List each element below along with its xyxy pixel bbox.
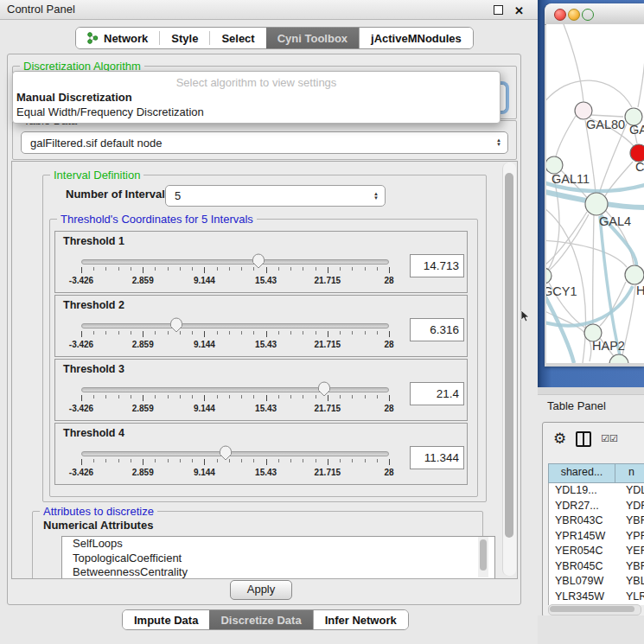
table-cell[interactable]: YDR27... (549, 499, 621, 514)
dropdown-option-equal-width[interactable]: Equal Width/Frequency Discretization (16, 105, 204, 118)
minor-tick (278, 459, 279, 462)
tab-cyni-toolbox[interactable]: Cyni Toolbox (266, 28, 359, 48)
float-window-icon[interactable] (494, 5, 503, 15)
attribute-list-item[interactable]: BetweennessCentrality (62, 565, 494, 579)
node-bottom[interactable] (609, 354, 628, 363)
table-cell[interactable]: YBR0 (621, 559, 644, 575)
bottom-tab-bar: Impute Data Discretize Data Infer Networ… (122, 609, 409, 630)
threshold-3-value-field[interactable]: 21.4 (410, 382, 464, 405)
table-cell[interactable]: YER0 (621, 544, 644, 559)
slider-thumb-threshold-3[interactable] (317, 380, 331, 397)
attributes-scrollbar-thumb[interactable] (480, 539, 487, 571)
network-window-frame[interactable]: GAL80 GA C GAL11 GAL4 GCY1 H HAP2 (538, 0, 644, 387)
table-horizontal-scrollbar[interactable] (548, 604, 641, 615)
minimize-traffic-light[interactable] (568, 9, 580, 21)
slider-track[interactable] (81, 451, 389, 456)
slider-track[interactable] (81, 323, 389, 328)
combo-stepper-icon[interactable]: ▲▼ (496, 138, 501, 147)
tab-select[interactable]: Select (210, 28, 265, 48)
node-gal11[interactable] (546, 156, 563, 174)
main-scrollbar-thumb[interactable] (505, 173, 513, 538)
slider-thumb-threshold-1[interactable] (252, 252, 265, 269)
minor-tick (290, 267, 291, 271)
tab-network[interactable]: Network (76, 28, 159, 48)
node-label-gal80: GAL80 (586, 118, 625, 131)
gear-icon[interactable]: ⚙ (553, 430, 566, 448)
table-cell[interactable]: YBR043C (549, 513, 621, 529)
table-cell[interactable]: YLR345W (549, 590, 621, 605)
major-tick (328, 459, 328, 465)
node-label-red: C (635, 160, 644, 174)
threshold-1-value-field[interactable]: 14.713 (410, 254, 464, 277)
table-row[interactable]: YPR145WYPR1 (549, 529, 644, 545)
column-header-shared-name[interactable]: shared... (549, 464, 615, 482)
apply-button[interactable]: Apply (230, 580, 292, 600)
table-cell[interactable]: YDL19... (549, 483, 621, 499)
node-gal80[interactable] (575, 102, 592, 119)
tab-jactivemnodules[interactable]: jActiveMNodules (359, 28, 473, 48)
tab-discretize-data[interactable]: Discretize Data (209, 610, 312, 629)
checkbox-icons[interactable]: ☑☑ (601, 433, 618, 444)
table-row[interactable]: YDR27...YDR2 (549, 499, 644, 514)
slider-thumb-threshold-4[interactable] (219, 444, 233, 461)
threshold-4-box: Threshold 4 -3.4262.8599.14415.4321.7152… (54, 423, 468, 485)
network-canvas[interactable]: GAL80 GA C GAL11 GAL4 GCY1 H HAP2 (546, 24, 644, 363)
node-gcy1[interactable] (546, 268, 552, 284)
column-layout-icon[interactable] (576, 431, 591, 447)
table-cell[interactable]: YBL079W (549, 574, 621, 590)
column-header-name[interactable]: n (615, 464, 644, 482)
network-window[interactable]: GAL80 GA C GAL11 GAL4 GCY1 H HAP2 (545, 3, 644, 367)
node-h[interactable] (625, 265, 644, 284)
table-row[interactable]: YER054CYER0 (549, 544, 644, 559)
minor-tick (303, 331, 303, 335)
node-label-hap2: HAP2 (592, 339, 625, 353)
minor-tick (316, 267, 316, 271)
threshold-2-slider[interactable]: -3.4262.8599.14415.4321.71528 (81, 316, 389, 354)
minor-tick (253, 395, 254, 399)
dropdown-option-manual[interactable]: Manual Discretization (16, 91, 132, 104)
table-cell[interactable]: YBR0 (621, 513, 644, 529)
slider-track[interactable] (81, 387, 389, 392)
table-cell[interactable]: YER054C (549, 544, 621, 559)
hscrollbar-thumb[interactable] (550, 606, 634, 612)
threshold-3-slider[interactable]: -3.4262.8599.14415.4321.71528 (81, 380, 389, 418)
main-scrollbar[interactable] (502, 163, 516, 576)
table-row[interactable]: YBL079WYBL0 (549, 574, 644, 590)
threshold-1-slider[interactable]: -3.4262.8599.14415.4321.71528 (81, 252, 389, 290)
threshold-4-slider[interactable]: -3.4262.8599.14415.4321.71528 (81, 444, 389, 482)
attributes-list-scrollbar[interactable] (478, 537, 488, 577)
table-cell[interactable]: YPR145W (549, 529, 621, 545)
network-window-titlebar[interactable] (545, 3, 644, 25)
attribute-list-item[interactable]: SelfLoops (62, 537, 494, 552)
close-icon[interactable]: ✕ (514, 2, 524, 21)
tab-infer-network[interactable]: Infer Network (313, 610, 408, 629)
screen: Control Panel ✕ Network St (0, 0, 644, 644)
tab-impute-data[interactable]: Impute Data (123, 610, 209, 629)
threshold-2-value-field[interactable]: 6.316 (410, 318, 464, 341)
threshold-4-value-field[interactable]: 11.344 (410, 446, 464, 469)
table-cell[interactable]: YBL0 (621, 574, 644, 590)
numerical-attributes-list[interactable]: SelfLoopsTopologicalCoefficientBetweenne… (61, 536, 495, 579)
table-row[interactable]: YBR043CYBR0 (549, 513, 644, 529)
table-cell[interactable]: YBR045C (549, 559, 621, 575)
table-data-combobox[interactable]: galFiltered.sif default node ▲▼ (21, 131, 508, 154)
table-cell[interactable]: YPR1 (621, 529, 644, 545)
table-cell[interactable]: YDL1 (621, 483, 644, 499)
table-cell[interactable]: YLR3 (621, 590, 644, 605)
zoom-traffic-light[interactable] (582, 9, 594, 21)
combo-stepper-icon[interactable]: ▲▼ (373, 192, 379, 201)
number-of-intervals-value: 5 (175, 186, 181, 206)
number-of-intervals-combobox[interactable]: 5 ▲▼ (165, 185, 386, 207)
slider-track[interactable] (81, 259, 389, 265)
table-row[interactable]: YDL19...YDL1 (549, 483, 644, 499)
table-cell[interactable]: YDR2 (621, 499, 644, 514)
node-gal4[interactable] (585, 193, 608, 215)
tab-style[interactable]: Style (160, 28, 209, 48)
slider-thumb-threshold-2[interactable] (169, 316, 183, 333)
node-red-selected[interactable] (630, 144, 644, 162)
table-row[interactable]: YLR345WYLR3 (549, 590, 644, 605)
close-traffic-light[interactable] (554, 9, 566, 21)
major-tick (204, 395, 205, 401)
attribute-list-item[interactable]: TopologicalCoefficient (62, 552, 494, 566)
table-row[interactable]: YBR045CYBR0 (549, 559, 644, 575)
